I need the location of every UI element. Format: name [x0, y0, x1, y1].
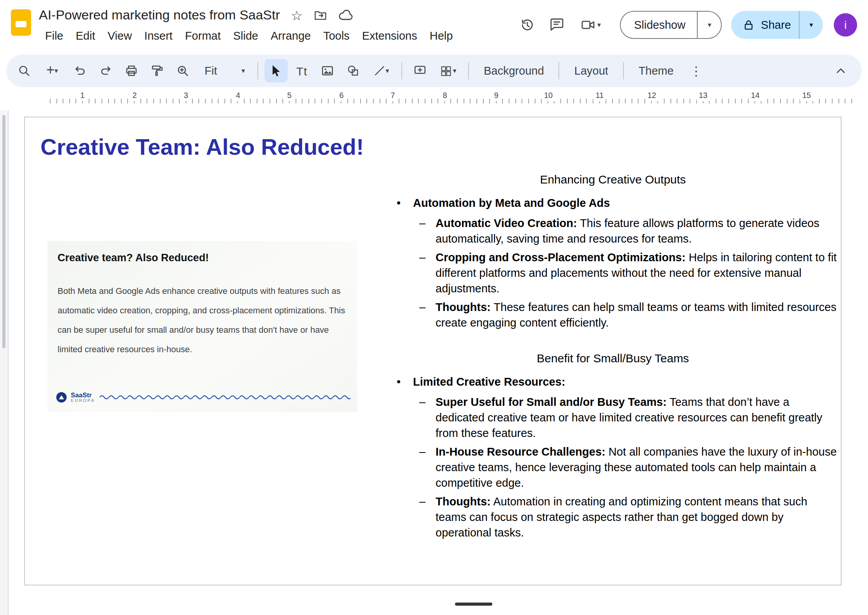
title-row: AI-Powered marketing notes from SaaStr ☆	[39, 5, 459, 26]
undo-button[interactable]	[68, 59, 92, 82]
move-folder-icon[interactable]	[313, 9, 327, 23]
print-button[interactable]	[120, 59, 143, 82]
slideshow-dropdown[interactable]: ▾	[698, 11, 721, 39]
video-camera-icon	[580, 17, 596, 33]
bullet-icon: •	[397, 195, 401, 211]
chevron-up-icon	[834, 64, 848, 78]
slideshow-button[interactable]: Slideshow ▾	[620, 11, 722, 39]
menu-file[interactable]: File	[39, 27, 70, 44]
heading-enhancing-creative-outputs: Enhancing Creative Outputs	[387, 172, 839, 187]
slide-text-block[interactable]: Enhancing Creative Outputs • Automation …	[387, 172, 839, 543]
menu-tools[interactable]: Tools	[317, 27, 356, 44]
paint-roller-icon	[150, 64, 164, 78]
undo-icon	[73, 64, 87, 78]
insert-image-button[interactable]	[316, 59, 339, 82]
ruler-mark: 6	[337, 90, 346, 101]
toolbar-overflow-button[interactable]: ⋮	[684, 59, 708, 82]
toolbar: + ▾	[6, 54, 862, 87]
menu-insert[interactable]: Insert	[138, 27, 179, 44]
header-actions: ▾ Slideshow ▾ Share ▾	[513, 11, 857, 39]
toolbar-divider	[559, 62, 560, 79]
menu-slide[interactable]: Slide	[227, 27, 264, 44]
background-button[interactable]: Background	[475, 61, 553, 81]
saastr-logo-text: SaaStr EUROPA	[71, 391, 95, 403]
bullet-icon: •	[397, 374, 401, 390]
theme-button[interactable]: Theme	[630, 61, 682, 81]
share-button[interactable]: Share ▾	[732, 11, 823, 39]
toolbar-divider	[468, 62, 469, 79]
document-title[interactable]: AI-Powered marketing notes from SaaStr	[39, 8, 280, 23]
ruler-mark: 4	[233, 90, 242, 101]
account-avatar[interactable]: i	[834, 13, 857, 37]
menu-extensions[interactable]: Extensions	[356, 27, 424, 44]
sub-bullet-item: – Thoughts: Automation in creating and o…	[387, 494, 839, 540]
select-tool-button[interactable]	[264, 59, 288, 82]
paint-format-button[interactable]	[145, 59, 169, 82]
slide-page[interactable]: Creative Team: Also Reduced! Creative te…	[24, 117, 842, 585]
insert-line-button[interactable]: ▾	[367, 59, 395, 82]
slide-title[interactable]: Creative Team: Also Reduced!	[40, 135, 364, 160]
menu-view[interactable]: View	[102, 27, 138, 44]
sub-bullet-text: Cropping and Cross-Placement Optimizatio…	[436, 251, 836, 295]
saastr-logo-icon	[55, 391, 68, 404]
version-history-button[interactable]	[513, 11, 542, 39]
search-menus-button[interactable]	[12, 59, 36, 82]
saastr-logo-line1: SaaStr	[71, 391, 95, 398]
insert-comment-icon	[413, 64, 427, 78]
zoom-button[interactable]	[171, 59, 194, 82]
app-header: AI-Powered marketing notes from SaaStr ☆…	[0, 0, 868, 51]
redo-button[interactable]	[94, 59, 117, 82]
search-icon	[17, 64, 31, 78]
slide-canvas[interactable]: Creative Team: Also Reduced! Creative te…	[0, 106, 868, 615]
shape-icon	[346, 64, 360, 78]
dash-icon: –	[419, 299, 425, 315]
cloud-status-icon[interactable]	[338, 8, 354, 23]
comments-button[interactable]	[542, 11, 572, 39]
share-dropdown[interactable]: ▾	[800, 11, 823, 39]
bullet-item: • Automation by Meta and Google Ads	[387, 195, 839, 211]
bullet-item: • Limited Creative Resources:	[387, 374, 839, 390]
layout-button[interactable]: Layout	[566, 61, 617, 81]
ruler-mark: 15	[800, 90, 813, 101]
menu-arrange[interactable]: Arrange	[264, 27, 317, 44]
zoom-fit-select[interactable]: Fit ▾	[197, 59, 251, 82]
cursor-icon	[269, 64, 283, 78]
embed-footer: SaaStr EUROPA	[55, 389, 351, 406]
horizontal-scrollbar-thumb[interactable]	[455, 603, 492, 606]
google-slides-app: AI-Powered marketing notes from SaaStr ☆…	[0, 0, 868, 615]
embed-title: Creative team? Also Reduced!	[58, 252, 209, 264]
insert-comment-button[interactable]	[408, 59, 432, 82]
new-slide-button[interactable]: + ▾	[38, 59, 66, 82]
menu-format[interactable]: Format	[179, 27, 227, 44]
dash-icon: –	[419, 250, 425, 265]
history-icon	[520, 17, 535, 33]
caret-down-icon: ▾	[809, 21, 813, 28]
kebab-icon: ⋮	[690, 63, 702, 78]
star-icon[interactable]: ☆	[291, 9, 303, 22]
heading-benefit-small-busy-teams: Benefit for Small/Busy Teams	[387, 351, 839, 366]
ruler-mark: 9	[492, 90, 500, 101]
insert-shape-button[interactable]	[341, 59, 365, 82]
ruler-mark: 11	[593, 90, 606, 101]
fit-label: Fit	[205, 65, 217, 77]
meet-button[interactable]: ▾	[572, 11, 609, 39]
horizontal-ruler[interactable]: 1 2 3 4 5 6 7 8 9 10 11 12 13 14 15	[6, 90, 862, 106]
ruler-mark: 5	[285, 90, 294, 101]
zoom-in-icon	[176, 64, 190, 78]
embedded-image[interactable]: Creative team? Also Reduced! Both Meta a…	[47, 241, 357, 412]
menu-edit[interactable]: Edit	[70, 27, 102, 44]
share-main[interactable]: Share	[732, 19, 799, 31]
slides-logo-icon[interactable]	[11, 9, 31, 36]
ruler-mark: 10	[542, 90, 555, 101]
filmstrip-collapsed[interactable]	[0, 110, 9, 615]
guides-grid-button[interactable]: ▾	[434, 59, 462, 82]
print-icon	[124, 64, 138, 78]
redo-icon	[99, 64, 113, 78]
dash-icon: –	[419, 494, 425, 509]
text-box-button[interactable]: Tt	[290, 59, 313, 82]
ruler-ticks	[50, 99, 857, 103]
menu-help[interactable]: Help	[424, 27, 459, 44]
filmstrip-scrollbar[interactable]	[2, 115, 5, 348]
sub-bullet-item: – In-House Resource Challenges: Not all …	[387, 444, 839, 491]
hide-menus-button[interactable]	[829, 59, 852, 82]
